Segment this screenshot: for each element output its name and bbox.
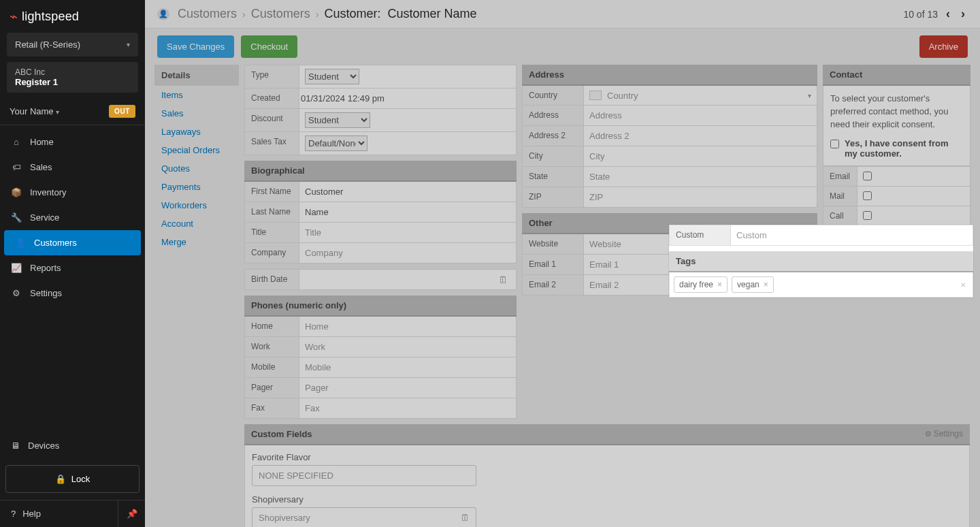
register-name: Register 1 — [15, 77, 130, 87]
state-label: State — [523, 167, 584, 187]
subnav-merge[interactable]: Merge — [154, 233, 239, 251]
prev-button[interactable]: ‹ — [943, 7, 953, 21]
zip-input[interactable] — [589, 191, 811, 204]
nav-devices[interactable]: 🖥Devices — [0, 433, 145, 458]
discount-select[interactable]: Student — [305, 112, 370, 128]
discount-label: Discount — [245, 109, 299, 131]
favorite-flavor-select[interactable]: NONE SPECIFIED — [252, 465, 476, 486]
subnav-workorders[interactable]: Workorders — [154, 196, 239, 214]
help-label: Help — [22, 509, 41, 519]
main-nav: ⌂Home 🏷Sales 📦Inventory 🔧Service 👤Custom… — [0, 125, 145, 433]
home-icon: ⌂ — [11, 137, 22, 147]
birth-date-label: Birth Date — [245, 270, 299, 289]
address-header: Address — [522, 65, 817, 86]
crumb-customers-root[interactable]: Customers — [178, 7, 237, 21]
nav-label: Inventory — [30, 187, 66, 197]
archive-button[interactable]: Archive — [919, 35, 968, 58]
lock-icon: 🔒 — [55, 474, 66, 484]
phone-mobile-input[interactable] — [305, 361, 510, 374]
subnav-quotes[interactable]: Quotes — [154, 159, 239, 178]
tag-chip: dairy free× — [674, 276, 728, 293]
devices-label: Devices — [28, 441, 59, 451]
box-icon: 📦 — [11, 187, 22, 197]
help-button[interactable]: ?Help — [0, 500, 118, 527]
phone-pager-input[interactable] — [305, 381, 510, 394]
subnav-items[interactable]: Items — [154, 86, 239, 104]
next-button[interactable]: › — [958, 7, 968, 21]
calendar-icon[interactable]: 🗓 — [498, 274, 510, 285]
subnav-layaways[interactable]: Layaways — [154, 123, 239, 141]
crumb-customers-list[interactable]: Customers — [251, 7, 310, 21]
phone-fax-input[interactable] — [305, 402, 510, 415]
help-icon: ? — [11, 509, 16, 519]
tags-input[interactable]: dairy free× vegan× × — [669, 272, 973, 298]
zip-label: ZIP — [523, 187, 584, 207]
phone-home-input[interactable] — [305, 320, 510, 333]
type-select[interactable]: Student — [305, 69, 359, 84]
contact-email-checkbox[interactable] — [863, 172, 872, 180]
brand-logo: ⌁ lightspeed — [0, 0, 145, 33]
gear-icon: ⚙ — [11, 288, 22, 298]
country-select[interactable]: Country▾ — [607, 91, 811, 101]
pin-button[interactable]: 📌 — [118, 500, 145, 527]
address2-input[interactable] — [589, 129, 811, 142]
user-row[interactable]: Your Name ▾ OUT — [0, 98, 145, 125]
nav-service[interactable]: 🔧Service — [0, 205, 145, 230]
subnav-special-orders[interactable]: Special Orders — [154, 141, 239, 159]
subnav-header: Details — [154, 65, 239, 86]
address-input[interactable] — [589, 109, 811, 122]
company-label: Company — [245, 243, 299, 263]
contact-call-checkbox[interactable] — [863, 211, 872, 220]
retail-line-select[interactable]: Retail (R-Series) ▾ — [7, 33, 138, 57]
phone-fax-label: Fax — [245, 398, 299, 418]
state-input[interactable] — [589, 170, 811, 183]
tag-chip: vegan× — [732, 276, 774, 293]
custom-label: Custom — [670, 225, 731, 245]
consent-checkbox[interactable] — [830, 140, 839, 148]
chart-icon: 📈 — [11, 263, 22, 273]
contact-email-label: Email — [823, 167, 858, 186]
city-label: City — [523, 146, 584, 166]
clock-status-badge[interactable]: OUT — [109, 105, 135, 118]
birth-date-input[interactable] — [305, 273, 498, 286]
last-name-input[interactable] — [305, 206, 510, 219]
biographical-header: Biographical — [244, 161, 517, 182]
city-input[interactable] — [589, 150, 811, 163]
nav-settings[interactable]: ⚙Settings — [0, 281, 145, 306]
flag-icon — [589, 91, 602, 100]
first-name-input[interactable] — [305, 185, 510, 198]
nav-sales[interactable]: 🏷Sales — [0, 155, 145, 180]
first-name-label: First Name — [245, 182, 299, 202]
consent-label: Yes, I have consent from my customer. — [845, 138, 963, 159]
checkout-button[interactable]: Checkout — [241, 35, 297, 58]
subnav-sales[interactable]: Sales — [154, 104, 239, 123]
calendar-icon: 🗓 — [461, 513, 470, 523]
crumb-current: Customer: Customer Name — [324, 7, 476, 21]
subnav-payments[interactable]: Payments — [154, 178, 239, 196]
shopiversary-input[interactable]: Shopiversary🗓 — [252, 507, 476, 527]
tag-remove-icon[interactable]: × — [764, 280, 768, 289]
lock-button[interactable]: 🔒Lock — [5, 465, 140, 493]
nav-customers[interactable]: 👤Customers — [4, 230, 141, 255]
company-register-box[interactable]: ABC Inc Register 1 — [7, 62, 138, 93]
nav-reports[interactable]: 📈Reports — [0, 255, 145, 281]
nav-label: Reports — [30, 263, 61, 273]
subnav-account[interactable]: Account — [154, 214, 239, 233]
save-button[interactable]: Save Changes — [157, 35, 234, 58]
lock-label: Lock — [71, 474, 90, 484]
salestax-select[interactable]: Default/None — [305, 135, 368, 151]
address-label: Address — [523, 106, 584, 125]
contact-mail-checkbox[interactable] — [863, 191, 872, 200]
title-input[interactable] — [305, 226, 510, 239]
chevron-right-icon: › — [242, 9, 246, 20]
nav-label: Sales — [30, 162, 52, 172]
nav-inventory[interactable]: 📦Inventory — [0, 180, 145, 205]
nav-home[interactable]: ⌂Home — [0, 129, 145, 155]
phone-work-input[interactable] — [305, 340, 510, 353]
custom-input[interactable] — [736, 229, 967, 242]
tag-remove-icon[interactable]: × — [717, 280, 722, 289]
breadcrumb-bar: 👤 Customers › Customers › Customer: Cust… — [145, 0, 980, 29]
tags-clear-icon[interactable]: × — [960, 280, 968, 290]
title-label: Title — [245, 223, 299, 242]
company-input[interactable] — [305, 246, 510, 259]
